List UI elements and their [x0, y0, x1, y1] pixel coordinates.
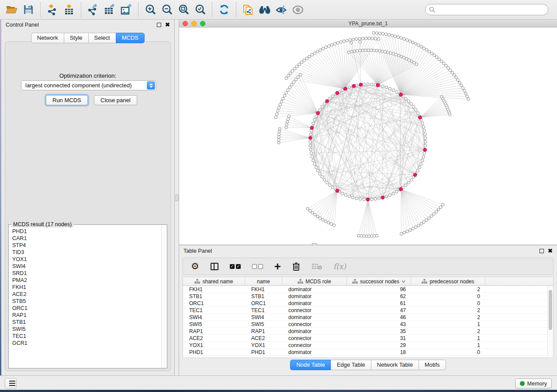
mcds-node-item[interactable]: STB5	[12, 298, 161, 305]
tab-style[interactable]: Style	[64, 33, 89, 43]
tab-mcds[interactable]: MCDS	[116, 33, 145, 43]
zoom-out-button[interactable]	[159, 1, 175, 18]
mcds-node-item[interactable]: ACE2	[12, 291, 161, 298]
save-icon	[23, 4, 34, 15]
cell-name: ORC1	[245, 300, 282, 306]
table-row[interactable]: ACE2ACE2connector311	[183, 335, 553, 342]
cell-MCDS-role: dominator	[282, 314, 347, 320]
network-window-titlebar[interactable]: YPA_prune.txt_1	[179, 20, 557, 28]
show-columns-icon[interactable]	[211, 263, 218, 270]
tab-network[interactable]: Network	[31, 33, 64, 43]
close-panel-icon[interactable]: ✖	[548, 249, 553, 253]
mcds-node-item[interactable]: STP4	[12, 242, 161, 249]
mcds-node-item[interactable]: PHD1	[12, 228, 161, 235]
export-network-button[interactable]	[85, 1, 101, 18]
close-panel-icon[interactable]: ✖	[165, 23, 170, 27]
memory-button[interactable]: Memory	[515, 378, 552, 389]
cell-MCDS-role: dominator	[282, 328, 347, 334]
tab-select[interactable]: Select	[88, 33, 116, 43]
column-header-name[interactable]: name	[245, 277, 282, 285]
scrollbar-thumb[interactable]	[549, 290, 552, 330]
mcds-node-item[interactable]: SRD1	[12, 270, 161, 277]
network-canvas[interactable]	[179, 28, 557, 245]
apply-layout-button[interactable]	[216, 1, 232, 18]
open-file-button[interactable]	[3, 1, 20, 18]
table-row[interactable]: ORC1ORC1dominator610	[183, 300, 553, 307]
close-panel-button[interactable]: Close panel	[94, 95, 137, 105]
mcds-list-scrollbar[interactable]	[161, 225, 167, 368]
mcds-node-item[interactable]: TEC1	[12, 333, 161, 340]
import-table-button[interactable]	[61, 1, 77, 18]
toolbar-separator	[40, 2, 41, 17]
task-history-button[interactable]	[5, 378, 17, 389]
search-input[interactable]	[436, 5, 548, 14]
search-binoculars-button[interactable]	[256, 1, 273, 18]
network-graph[interactable]	[179, 28, 557, 245]
table-row[interactable]: SWI4SWI4dominator462	[183, 314, 553, 321]
network-window-title: YPA_prune.txt_1	[179, 21, 557, 27]
export-image-button[interactable]	[118, 1, 135, 18]
mcds-node-item[interactable]: FKH1	[12, 284, 161, 291]
optimization-criterion-label: Optimization criterion:	[5, 72, 170, 79]
column-header-shared-name[interactable]: shared name	[183, 277, 245, 285]
delete-column-icon[interactable]	[292, 262, 300, 271]
cell-successor-nodes: 62	[347, 293, 411, 299]
table-toolbar: ⚙ ✓✓ + f(x)	[183, 258, 554, 275]
mcds-node-item[interactable]: TID3	[12, 249, 161, 256]
tab-edge-table[interactable]: Edge Table	[331, 360, 371, 370]
mcds-node-item[interactable]: RAP1	[12, 312, 161, 319]
mcds-node-item[interactable]: YOX1	[12, 256, 161, 263]
save-session-button[interactable]	[20, 1, 37, 18]
fit-content-button[interactable]	[175, 1, 192, 18]
mcds-node-item[interactable]: SWI4	[12, 263, 161, 270]
tab-motifs[interactable]: Motifs	[419, 360, 446, 370]
table-settings-gear-icon[interactable]: ⚙	[191, 262, 199, 271]
table-row[interactable]: RAP1RAP1dominator352	[183, 328, 553, 335]
table-row[interactable]: PHD1PHD1dominator180	[183, 349, 553, 356]
node-table[interactable]: shared namenameMCDS rolesuccessor nodesp…	[183, 277, 554, 358]
float-panel-icon[interactable]	[540, 249, 544, 253]
table-row[interactable]: STB1STB1dominator620	[183, 293, 553, 300]
mcds-node-item[interactable]: SWI5	[12, 326, 161, 333]
zoom-selected-button[interactable]	[192, 1, 208, 18]
table-row[interactable]: TEC1TEC1connector472	[183, 307, 553, 314]
clone-network-button[interactable]	[240, 1, 256, 18]
column-header-predecessor-nodes[interactable]: predecessor nodes	[411, 277, 485, 285]
show-all-button[interactable]	[290, 1, 306, 18]
network-search-box[interactable]	[425, 4, 548, 15]
mcds-node-item[interactable]: PMA2	[12, 277, 161, 284]
cell-MCDS-role: connector	[282, 321, 347, 327]
add-column-icon[interactable]: +	[274, 262, 281, 271]
mcds-node-item[interactable]: GCR1	[12, 340, 161, 347]
splitter-handle[interactable]	[175, 194, 179, 201]
run-mcds-button[interactable]: Run MCDS	[46, 95, 88, 105]
tab-network-table[interactable]: Network Table	[371, 360, 419, 370]
zoom-in-button[interactable]	[142, 1, 159, 18]
vertical-splitter[interactable]	[175, 20, 179, 375]
cell-shared-name: YOX1	[183, 342, 245, 348]
float-panel-icon[interactable]	[157, 23, 161, 27]
tab-node-table[interactable]: Node Table	[290, 360, 331, 370]
table-panel-tabs: Node TableEdge TableNetwork TableMotifs	[179, 360, 557, 370]
cell-shared-name: TEC1	[183, 307, 245, 313]
criterion-dropdown[interactable]: largest connected component (undirected)	[21, 80, 156, 90]
table-row[interactable]: FKH1FKH1dominator962	[183, 286, 553, 293]
export-table-button[interactable]	[101, 1, 118, 18]
cell-predecessor-nodes: 0	[411, 293, 485, 299]
column-header-successor-nodes[interactable]: successor nodes	[347, 277, 411, 285]
table-row[interactable]: SWI5SWI5connector431	[183, 321, 553, 328]
import-network-button[interactable]	[44, 1, 61, 18]
mcds-node-item[interactable]: STB1	[12, 319, 161, 326]
column-header-MCDS-role[interactable]: MCDS role	[282, 277, 347, 285]
hide-selected-button[interactable]	[273, 1, 290, 18]
node-table-body: FKH1FKH1dominator962STB1STB1dominator620…	[183, 286, 553, 356]
select-all-icon[interactable]: ✓✓	[230, 264, 241, 269]
unselect-all-icon[interactable]	[252, 264, 263, 269]
table-row[interactable]: YOX1YOX1connector291	[183, 342, 553, 349]
chevron-down-icon[interactable]	[401, 280, 405, 283]
mcds-node-item[interactable]: ORC1	[12, 305, 161, 312]
table-scrollbar[interactable]	[547, 286, 553, 357]
mcds-result-list[interactable]: PHD1CAR1STP4TID3YOX1SWI4SRD1PMA2FKH1ACE2…	[9, 226, 161, 368]
mcds-node-item[interactable]: CAR1	[12, 235, 161, 242]
cell-shared-name: SWI4	[183, 314, 245, 320]
